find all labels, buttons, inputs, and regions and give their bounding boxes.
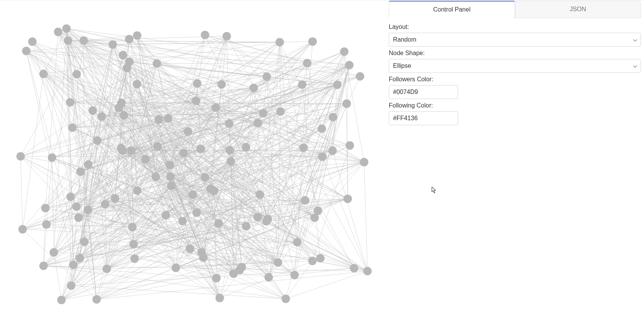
graph-node[interactable] — [172, 264, 180, 272]
graph-node[interactable] — [130, 254, 139, 263]
graph-node[interactable] — [242, 222, 250, 230]
graph-node[interactable] — [120, 111, 128, 119]
graph-node[interactable] — [164, 114, 172, 123]
graph-node[interactable] — [274, 258, 282, 267]
graph-node[interactable] — [123, 64, 131, 72]
graph-node[interactable] — [343, 195, 352, 203]
graph-node[interactable] — [101, 200, 109, 208]
graph-node[interactable] — [201, 173, 209, 182]
graph-node[interactable] — [75, 254, 84, 262]
graph-node[interactable] — [117, 144, 125, 153]
graph-node[interactable] — [254, 119, 262, 128]
graph-node[interactable] — [298, 81, 306, 89]
graph-node[interactable] — [72, 70, 81, 79]
graph-node[interactable] — [199, 253, 207, 262]
graph-node[interactable] — [301, 196, 309, 205]
graph-node[interactable] — [50, 248, 58, 257]
graph-node[interactable] — [346, 141, 354, 150]
graph-node[interactable] — [155, 115, 163, 124]
graph-node[interactable] — [42, 220, 51, 228]
graph-node[interactable] — [117, 99, 125, 107]
graph-node[interactable] — [217, 80, 226, 89]
graph-node[interactable] — [186, 245, 194, 253]
graph-node[interactable] — [141, 155, 150, 164]
graph-node[interactable] — [345, 61, 354, 69]
graph-node[interactable] — [242, 143, 250, 151]
graph-node[interactable] — [22, 47, 30, 55]
graph-node[interactable] — [129, 240, 138, 249]
graph-node[interactable] — [80, 238, 89, 246]
graph-node[interactable] — [356, 72, 364, 81]
graph-node[interactable] — [119, 51, 127, 59]
graph-node[interactable] — [62, 24, 71, 33]
graph-node[interactable] — [293, 238, 301, 247]
graph-node[interactable] — [264, 273, 273, 282]
graph-node[interactable] — [84, 160, 93, 169]
graph-node[interactable] — [162, 211, 170, 220]
graph-node[interactable] — [133, 186, 142, 195]
graph-node[interactable] — [166, 161, 174, 169]
graph-node[interactable] — [152, 173, 160, 181]
followers-color-input[interactable] — [389, 85, 458, 99]
graph-node[interactable] — [276, 38, 284, 47]
graph-node[interactable] — [109, 40, 117, 49]
graph-node[interactable] — [201, 31, 209, 39]
graph-node[interactable] — [256, 190, 264, 199]
graph-node[interactable] — [39, 70, 48, 78]
graph-node[interactable] — [133, 31, 141, 40]
graph-node[interactable] — [76, 167, 85, 176]
graph-node[interactable] — [318, 153, 327, 161]
graph-node[interactable] — [189, 190, 197, 199]
graph-node[interactable] — [318, 124, 326, 133]
graph-node[interactable] — [69, 261, 77, 269]
graph-node[interactable] — [196, 144, 205, 153]
layout-select[interactable]: Random — [389, 33, 641, 47]
graph-node[interactable] — [153, 142, 162, 151]
graph-node[interactable] — [80, 36, 88, 45]
graph-node[interactable] — [28, 37, 37, 46]
graph-node[interactable] — [74, 213, 83, 222]
graph-node[interactable] — [254, 213, 262, 222]
graph-panel[interactable] — [0, 0, 389, 336]
graph-node[interactable] — [84, 206, 92, 214]
tab-control-panel[interactable]: Control Panel — [389, 1, 515, 18]
graph-node[interactable] — [227, 157, 235, 166]
following-color-input[interactable] — [389, 111, 458, 125]
graph-node[interactable] — [178, 217, 187, 225]
graph-node[interactable] — [316, 254, 325, 262]
graph-node[interactable] — [57, 296, 66, 304]
graph-node[interactable] — [93, 136, 102, 145]
graph-node[interactable] — [212, 274, 221, 282]
graph-node[interactable] — [184, 127, 192, 136]
graph-node[interactable] — [54, 28, 62, 36]
graph-node[interactable] — [212, 103, 220, 112]
graph-node[interactable] — [343, 99, 351, 108]
graph-node[interactable] — [111, 194, 119, 203]
graph-node[interactable] — [226, 146, 234, 155]
graph-node[interactable] — [192, 208, 201, 217]
graph-node[interactable] — [308, 37, 317, 46]
graph-node[interactable] — [39, 262, 48, 270]
graph-node[interactable] — [72, 202, 81, 211]
graph-node[interactable] — [350, 264, 358, 272]
graph-node[interactable] — [167, 181, 176, 190]
node-shape-select[interactable]: Ellipse — [389, 59, 641, 73]
graph-node[interactable] — [303, 59, 311, 67]
graph-node[interactable] — [238, 263, 246, 271]
graph-node[interactable] — [66, 98, 74, 106]
graph-node[interactable] — [66, 193, 75, 201]
graph-node[interactable] — [48, 153, 56, 162]
graph-node[interactable] — [64, 36, 72, 45]
graph-node[interactable] — [290, 271, 299, 279]
graph-node[interactable] — [89, 106, 97, 115]
graph-node[interactable] — [259, 109, 268, 118]
graph-node[interactable] — [262, 217, 271, 225]
graph-node[interactable] — [263, 72, 271, 81]
graph-node[interactable] — [128, 223, 137, 231]
graph-node[interactable] — [328, 146, 337, 155]
graph-node[interactable] — [192, 96, 200, 105]
graph-node[interactable] — [329, 113, 337, 121]
graph-node[interactable] — [340, 47, 348, 56]
graph-node[interactable] — [308, 257, 317, 265]
graph-node[interactable] — [360, 158, 368, 166]
